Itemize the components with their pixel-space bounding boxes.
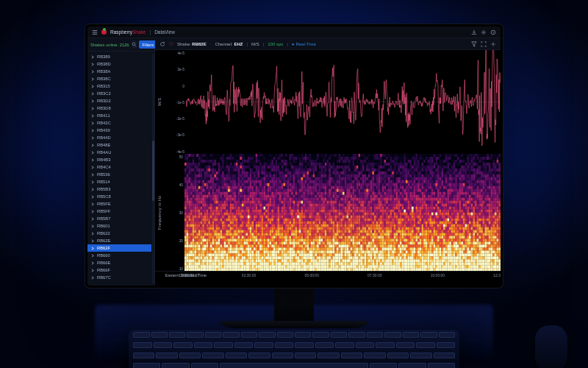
sidebar-item-rb4c4[interactable]: RB4C4 [87,163,151,171]
sidebar-item-rb4b3[interactable]: RB4B3 [87,156,151,163]
svg-rect-1270 [245,224,248,227]
scrollbar-thumb[interactable] [152,141,154,201]
svg-rect-2586 [311,212,313,215]
help-icon[interactable]: ? [490,29,496,35]
sidebar-item-rb44d[interactable]: RB44D [87,134,151,141]
svg-rect-1965 [279,268,282,271]
svg-rect-2235 [293,238,295,241]
download-icon[interactable] [471,29,477,35]
svg-rect-227 [194,215,196,218]
svg-rect-964 [230,265,232,268]
sidebar-item-rb514[interactable]: RB514 [87,178,151,185]
svg-rect-4007 [382,157,384,160]
svg-rect-2879 [325,250,327,253]
chart-settings-icon[interactable] [490,41,496,47]
refresh-icon[interactable] [159,41,165,47]
menu-icon[interactable] [92,29,98,35]
sidebar-item-rb3d8[interactable]: RB3D8 [87,105,151,112]
svg-rect-5070 [434,224,436,227]
waveform-plot[interactable] [186,50,501,154]
sidebar-item-rb411[interactable]: RB411 [87,112,151,119]
spectrogram-plot[interactable] [184,154,501,271]
svg-rect-142 [190,200,193,203]
svg-rect-4672 [414,230,416,233]
svg-rect-4095 [386,180,388,183]
svg-rect-2624 [313,206,315,209]
svg-rect-3934 [378,177,380,180]
chart-filter-icon[interactable] [471,41,477,47]
svg-rect-5884 [473,265,475,268]
svg-rect-4643 [412,262,414,265]
svg-rect-2163 [289,262,291,265]
sidebar-item-rb42c[interactable]: RB42C [87,119,151,127]
svg-rect-2044 [283,265,285,268]
svg-rect-4890 [426,166,428,169]
sidebar-item-rb5c8[interactable]: RB5C8 [87,193,151,200]
svg-rect-4881 [423,256,426,259]
sidebar-item-rb66e[interactable]: RB66E [87,259,151,266]
svg-rect-2789 [320,221,323,224]
svg-rect-3389 [351,221,353,224]
sidebar-scrollbar[interactable] [151,52,154,286]
svg-rect-5015 [431,180,434,183]
sidebar-item-rb601[interactable]: RB601 [87,222,151,230]
sidebar-item-rb5b7[interactable]: RB5B7 [87,215,151,222]
svg-rect-3735 [368,180,370,183]
sidebar-item-rb622[interactable]: RB622 [87,230,151,237]
settings-gear-icon[interactable] [481,29,487,35]
sidebar-item-rb5ff[interactable]: RB5FF [87,208,151,215]
svg-rect-2252 [295,171,298,174]
svg-rect-2957 [329,244,331,247]
sidebar-item-rb4au[interactable]: RB4AU [87,149,151,156]
sidebar-item-rb315[interactable]: RB315 [87,82,151,90]
svg-rect-369 [202,163,204,166]
svg-rect-4714 [415,236,417,238]
svg-rect-5711 [465,227,467,230]
svg-rect-5114 [435,236,437,238]
sidebar-item-rb38c[interactable]: RB38C [87,75,151,82]
expand-icon[interactable] [481,41,487,47]
svg-rect-5747 [467,215,469,218]
svg-rect-4874 [423,236,426,238]
svg-rect-5630 [461,224,463,227]
svg-rect-5817 [471,186,473,189]
svg-rect-2749 [319,221,321,224]
svg-rect-3878 [374,247,376,250]
svg-rect-125 [188,268,190,271]
sidebar-item-rb38d[interactable]: RB38D [87,60,151,68]
svg-rect-2799 [320,250,323,253]
svg-rect-6197 [489,244,491,247]
sidebar-item-rb62f[interactable]: RB62F [87,244,151,252]
sidebar-item-rb62e[interactable]: RB62E [87,237,151,244]
svg-rect-2810 [323,166,325,169]
sidebar-item-rb3c2[interactable]: RB3C2 [87,90,151,97]
chart-header: ♡ Shake: RB62E · Channel:EHZ | M/S | 100… [155,38,501,50]
svg-rect-2802 [320,259,323,262]
svg-rect-529 [210,163,212,166]
svg-rect-3620 [362,195,365,198]
svg-rect-5534 [457,177,459,180]
sidebar-item-rb389[interactable]: RB389 [87,53,151,60]
favorite-heart-icon[interactable]: ♡ [169,41,173,46]
search-icon[interactable] [132,40,137,49]
sidebar-item-rb660[interactable]: RB660 [87,252,151,259]
sidebar-item-rb439[interactable]: RB439 [87,127,151,134]
svg-rect-5279 [443,250,445,253]
sidebar-item-rb38a[interactable]: RB38A [87,68,151,75]
sidebar-item-rb5b3[interactable]: RB5B3 [87,185,151,193]
svg-rect-4997 [429,244,431,247]
svg-rect-5689 [465,163,467,166]
svg-rect-5367 [449,157,451,160]
svg-rect-1152 [240,230,242,233]
sidebar-item-rb5fe[interactable]: RB5FE [87,200,151,208]
sidebar-item-rb3d2[interactable]: RB3D2 [87,97,151,105]
svg-rect-4915 [426,238,428,241]
sidebar-item-rb536[interactable]: RB536 [87,171,151,178]
sidebar-item-rb48e[interactable]: RB48E [87,141,151,149]
svg-rect-4126 [388,154,390,157]
svg-rect-5078 [434,247,436,250]
svg-rect-1480 [256,253,258,256]
svg-rect-3132 [339,171,341,174]
svg-rect-2067 [285,215,287,218]
svg-rect-5985 [478,209,481,212]
